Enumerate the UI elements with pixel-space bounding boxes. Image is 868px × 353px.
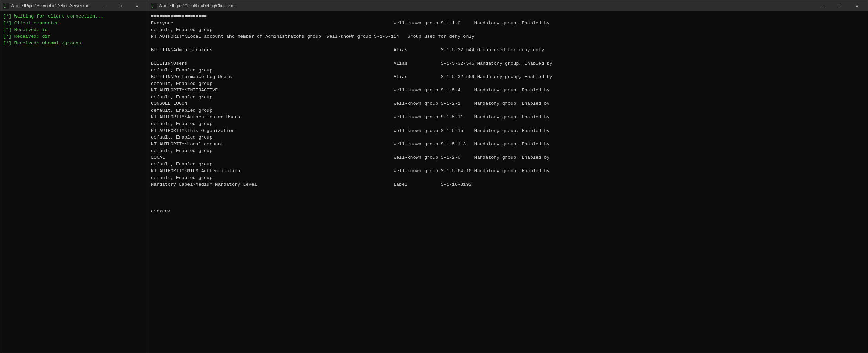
server-title-bar: C \NamedPipes\Server\bin\Debug\Server.ex… <box>0 0 148 11</box>
client-line-builtin-users-2: default, Enabled group <box>151 68 212 73</box>
client-prompt: csexec> <box>151 209 171 214</box>
windows-container: C \NamedPipes\Server\bin\Debug\Server.ex… <box>0 0 868 353</box>
client-line-auth-users-2: default, Enabled group <box>151 121 212 126</box>
client-line-interactive: NT AUTHORITY\INTERACTIVE Well-known grou… <box>151 88 550 93</box>
client-line-ntlm: NT AUTHORITY\NTLM Authentication Well-kn… <box>151 168 550 174</box>
client-line-local-2: default, Enabled group <box>151 162 212 167</box>
client-line-console-2: default, Enabled group <box>151 108 212 113</box>
client-window-controls: ─ □ ✕ <box>816 1 865 11</box>
server-line-2: [*] Client connected. <box>3 21 62 26</box>
svg-text:C: C <box>3 4 6 9</box>
server-minimize-button[interactable]: ─ <box>96 1 112 11</box>
client-line-local: LOCAL Well-known group S-1-2-0 Mandatory… <box>151 155 550 160</box>
server-line-5: [*] Received: whoami /groups <box>3 41 81 46</box>
server-window: C \NamedPipes\Server\bin\Debug\Server.ex… <box>0 0 148 353</box>
client-line-mandatory: Mandatory Label\Medium Mandatory Level L… <box>151 182 472 187</box>
svg-text:C: C <box>151 4 154 9</box>
client-line-everyone-2: default, Enabled group <box>151 27 212 32</box>
client-maximize-button[interactable]: □ <box>833 1 848 11</box>
server-close-button[interactable]: ✕ <box>129 1 145 11</box>
client-close-button[interactable]: ✕ <box>849 1 865 11</box>
client-line-console: CONSOLE LOGON Well-known group S-1-2-1 M… <box>151 101 550 106</box>
server-window-controls: ─ □ ✕ <box>96 1 145 11</box>
client-title-bar: C \NamedPipes\Client\bin\Debug\Client.ex… <box>148 0 868 11</box>
server-window-title: \NamedPipes\Server\bin\Debug\Server.exe <box>11 3 93 8</box>
server-console-body: [*] Waiting for client connection... [*]… <box>0 11 148 353</box>
client-line-builtin-users: BUILTIN\Users Alias S-1-5-32-545 Mandato… <box>151 61 553 66</box>
client-line-ntauth-local: NT AUTHORITY\Local account and member of… <box>151 34 474 39</box>
client-minimize-button[interactable]: ─ <box>816 1 832 11</box>
client-window: C \NamedPipes\Client\bin\Debug\Client.ex… <box>148 0 868 353</box>
client-line-local-account: NT AUTHORITY\Local account Well-known gr… <box>151 142 550 147</box>
client-separator: ==================== <box>151 14 207 19</box>
client-line-everyone: Everyone Well-known group S-1-1-0 Mandat… <box>151 21 550 26</box>
server-maximize-button[interactable]: □ <box>112 1 128 11</box>
client-line-this-org: NT AUTHORITY\This Organization Well-know… <box>151 128 550 133</box>
server-line-1: [*] Waiting for client connection... <box>3 14 104 19</box>
client-window-icon: C <box>151 3 157 9</box>
client-line-builtin-perf-2: default, Enabled group <box>151 81 212 86</box>
client-console-body: ==================== Everyone Well-known… <box>148 11 868 353</box>
client-line-builtin-perf: BUILTIN\Performance Log Users Alias S-1-… <box>151 74 553 79</box>
client-line-ntlm-2: default, Enabled group <box>151 175 212 180</box>
server-line-3: [*] Received: id <box>3 27 48 32</box>
client-line-auth-users: NT AUTHORITY\Authenticated Users Well-kn… <box>151 114 550 120</box>
server-window-icon: C <box>3 3 9 9</box>
client-line-this-org-2: default, Enabled group <box>151 135 212 140</box>
client-line-interactive-2: default, Enabled group <box>151 95 212 100</box>
server-line-4: [*] Received: dir <box>3 34 51 39</box>
client-window-title: \NamedPipes\Client\bin\Debug\Client.exe <box>159 3 813 8</box>
client-line-local-account-2: default, Enabled group <box>151 148 212 153</box>
client-line-builtin-admin: BUILTIN\Administrators Alias S-1-5-32-54… <box>151 47 544 53</box>
